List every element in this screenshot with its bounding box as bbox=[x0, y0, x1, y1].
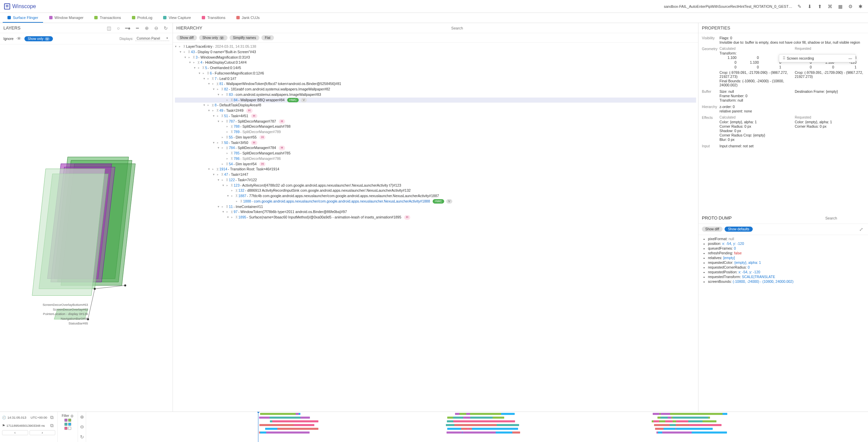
tree-row[interactable]: ▸⊼ 132 - d886913 ActivityRecordInputSink… bbox=[175, 188, 696, 193]
pin-icon[interactable]: ⊼ bbox=[226, 119, 228, 124]
pin-icon[interactable]: ⊼ bbox=[216, 82, 219, 87]
hierarchy-tree[interactable]: ▾▸⊼ LayerTraceEntry - 2024-03-31, 14:31:… bbox=[173, 43, 698, 412]
screen-recording-card[interactable]: ⠿ Screen recording — bbox=[779, 54, 856, 62]
proto-item[interactable]: refreshPending: false bbox=[708, 251, 865, 255]
expand-icon[interactable]: ▾ bbox=[199, 71, 202, 76]
zoom-out-icon[interactable]: ⊖ bbox=[153, 25, 160, 31]
eye-icon[interactable]: ◎ bbox=[71, 414, 74, 418]
tab-transactions[interactable]: Transactions bbox=[90, 13, 126, 23]
zoom-in-icon[interactable]: ⊕ bbox=[143, 25, 150, 31]
tree-row[interactable]: ▸⊼ 54 - Dim layer#54 H bbox=[175, 162, 696, 167]
memory-icon[interactable]: ▦ bbox=[837, 3, 844, 10]
download-icon[interactable]: ⬇ bbox=[806, 3, 813, 10]
expand-icon[interactable]: ▾ bbox=[218, 92, 221, 97]
copy-ns-icon[interactable]: ⧉ bbox=[48, 422, 55, 429]
expand-icon[interactable]: ▾ bbox=[208, 108, 212, 113]
proto-show-diff[interactable]: Show diff bbox=[702, 227, 723, 232]
displays-select[interactable]: Common Panel bbox=[135, 36, 169, 41]
tree-row[interactable]: ▾▸⊼ 11 - ImeContainer#11 bbox=[175, 204, 696, 210]
tree-row[interactable]: ▸⊼ 84 - Wallpaper BBQ wrapper#84 HWCV bbox=[175, 98, 696, 103]
tree-row[interactable]: ▸⊼ 789 - SplitDecorManager#789 bbox=[175, 129, 696, 135]
tree-row[interactable]: ▸⊼ 55 - Dim layer#55 H bbox=[175, 135, 696, 140]
proto-item[interactable]: requestedCornerRadius: 0 bbox=[708, 265, 865, 270]
proto-search-input[interactable] bbox=[824, 215, 865, 222]
chip-flat[interactable]: Flat bbox=[261, 35, 274, 40]
minimize-icon[interactable]: — bbox=[849, 56, 852, 60]
upload-icon[interactable]: ⬆ bbox=[816, 3, 823, 10]
tree-row[interactable]: ▾▸⊼ 3 - WindowedMagnification:0:31#3 bbox=[175, 55, 696, 60]
pin-icon[interactable]: ⊼ bbox=[235, 215, 238, 220]
filter-row-1[interactable] bbox=[64, 419, 71, 422]
pin-icon[interactable]: ⊼ bbox=[231, 156, 233, 161]
tree-row[interactable]: ▾▸⊼ 51 - Task=4#51 H bbox=[175, 113, 696, 119]
tab-window-manager[interactable]: Window Manager bbox=[44, 13, 88, 23]
tree-row[interactable]: ▾▸⊼ 8 - DefaultTaskDisplayArea#8 bbox=[175, 103, 696, 108]
tree-row[interactable]: ▾▸⊼ 784 - SplitDecorManager#784 H bbox=[175, 145, 696, 151]
prev-button[interactable]: ‹ bbox=[2, 430, 28, 435]
tree-row[interactable]: ▾▸⊼ 122 - Task=7#122 bbox=[175, 177, 696, 183]
next-button[interactable]: › bbox=[29, 430, 56, 435]
expand-icon[interactable]: ▾ bbox=[222, 210, 226, 214]
proto-show-defaults[interactable]: Show defaults bbox=[725, 227, 753, 232]
tl-reset-icon[interactable]: ↻ bbox=[79, 434, 85, 440]
expand-icon[interactable]: ▾ bbox=[218, 119, 221, 124]
expand-icon[interactable]: ▾ bbox=[227, 194, 231, 198]
tree-row[interactable]: ▾▸⊼ 4 - HideDisplayCutout:0:14#4 bbox=[175, 60, 696, 65]
pin-icon[interactable]: ⊼ bbox=[216, 167, 219, 172]
expand-icon[interactable]: ▾ bbox=[213, 172, 216, 177]
edit-icon[interactable]: ✎ bbox=[796, 3, 803, 10]
pin-icon[interactable]: ⊼ bbox=[226, 92, 228, 97]
proto-item[interactable]: queuedFrames: 0 bbox=[708, 246, 865, 251]
pin-icon[interactable]: ⊼ bbox=[240, 199, 242, 204]
proto-item[interactable]: requestedTransform: SCALE|TRANSLATE bbox=[708, 274, 865, 279]
expand-icon[interactable]: ▾ bbox=[213, 114, 216, 119]
pin-icon[interactable]: ⊼ bbox=[216, 108, 219, 113]
pin-icon[interactable]: ⊼ bbox=[226, 177, 228, 183]
proto-dump-list[interactable]: pixelFormat: nullposition: x: -54, y: -1… bbox=[698, 235, 868, 412]
tree-row[interactable]: ▾▸⊼ 5 - OneHanded:0:14#5 bbox=[175, 65, 696, 71]
tree-row[interactable]: ▸⊼ 1888 - com.google.android.apps.nexusl… bbox=[175, 199, 696, 204]
pin-icon[interactable]: ⊼ bbox=[231, 129, 233, 134]
pin-icon[interactable]: ⊼ bbox=[226, 146, 228, 151]
chip-show-diff[interactable]: Show diff bbox=[176, 35, 197, 40]
tree-row[interactable]: ▾▸⊼ LayerTraceEntry - 2024-03-31, 14:31:… bbox=[175, 44, 696, 49]
tree-row[interactable]: ▾▸⊼ 82 - 181eabf com.android.systemui.wa… bbox=[175, 87, 696, 92]
pin-icon[interactable]: ⊼ bbox=[221, 113, 223, 119]
tree-row[interactable]: ▾▸⊼ 123 - ActivityRecord{4788c02 u0 com.… bbox=[175, 183, 696, 188]
debug-icon[interactable]: ✱ bbox=[857, 3, 864, 10]
expand-icon[interactable]: ▾ bbox=[208, 82, 212, 86]
proto-item[interactable]: requestedColor: {empty}, alpha: 1 bbox=[708, 260, 865, 265]
tree-row[interactable]: ▾▸⊼ 6 - FullscreenMagnification:0:12#6 bbox=[175, 71, 696, 76]
expand-icon[interactable]: ▾ bbox=[175, 44, 178, 49]
expand-icon[interactable]: ▾ bbox=[227, 215, 231, 220]
drag-icon[interactable]: ⠿ bbox=[783, 56, 785, 61]
expand-icon[interactable]: ▾ bbox=[194, 66, 197, 70]
pin-icon[interactable]: ⊼ bbox=[212, 103, 214, 108]
proto-item[interactable]: requestedPosition: x: -54, y: -120 bbox=[708, 270, 865, 274]
track1-icon[interactable]: ━● bbox=[124, 25, 131, 31]
timeline-tracks[interactable] bbox=[86, 412, 868, 442]
tree-row[interactable]: ▾▸⊼ 83 - com.android.systemui.wallpapers… bbox=[175, 92, 696, 98]
tab-protolog[interactable]: ProtoLog bbox=[127, 13, 157, 23]
tree-row[interactable]: ▸⊼ 786 - SplitDecorManager#786 bbox=[175, 156, 696, 162]
hierarchy-search-input[interactable] bbox=[450, 25, 695, 31]
reset-icon[interactable]: ↻ bbox=[162, 25, 169, 31]
pin-icon[interactable]: ⊼ bbox=[226, 135, 228, 140]
pin-icon[interactable]: ⊼ bbox=[207, 71, 209, 76]
expand-icon[interactable]: ▾ bbox=[203, 77, 207, 81]
chip-simplify[interactable]: Simplify names bbox=[230, 35, 259, 40]
tree-row[interactable]: ▾▸⊼ 47 - Task=1#47 bbox=[175, 172, 696, 177]
chip-show-only[interactable]: Show onlyV bbox=[199, 35, 228, 40]
pin-icon[interactable]: ⊼ bbox=[231, 183, 233, 188]
tl-zoom-out-icon[interactable]: ⊖ bbox=[79, 423, 85, 430]
command-icon[interactable]: ⌘ bbox=[827, 3, 833, 10]
cube-icon[interactable]: ◫ bbox=[105, 25, 112, 31]
pin-icon[interactable]: ⊼ bbox=[235, 193, 238, 198]
expand-icon[interactable]: ▾ bbox=[189, 60, 193, 65]
expand-icon[interactable]: ▾ bbox=[218, 146, 221, 150]
expand-icon[interactable]: ▾ bbox=[203, 103, 207, 108]
tree-row[interactable]: ▸⊼ 785 - SplitDecorManagerLeash#785 bbox=[175, 151, 696, 156]
tree-row[interactable]: ▾▸⊼ 1887 - 77fdc4b com.google.android.ap… bbox=[175, 193, 696, 199]
expand-icon[interactable]: ▾ bbox=[213, 141, 216, 145]
tab-view-capture[interactable]: View Capture bbox=[158, 13, 196, 23]
